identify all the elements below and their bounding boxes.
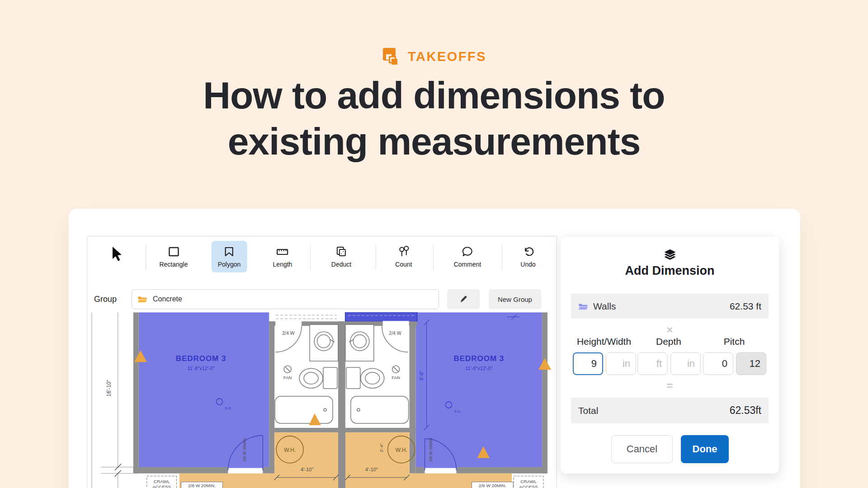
height-in-input[interactable] bbox=[606, 352, 636, 375]
brand: TAKEOFFS bbox=[0, 47, 868, 66]
svg-text:CRAWL: CRAWL bbox=[520, 479, 537, 484]
measurement-group-name: Walls bbox=[593, 301, 616, 312]
polygon-icon bbox=[223, 245, 236, 258]
tool-label: Count bbox=[395, 261, 412, 268]
tool-label: Rectangle bbox=[159, 261, 188, 268]
tool-label: Length bbox=[273, 261, 292, 268]
dim-right-label: 8'-0" bbox=[419, 371, 424, 380]
tool-length[interactable]: Length bbox=[267, 241, 299, 272]
bedroom-left-label: BEDROOM 3 bbox=[176, 354, 226, 363]
tool-rectangle[interactable]: Rectangle bbox=[153, 241, 194, 272]
group-bar: Group New Group bbox=[87, 285, 557, 313]
undo-icon bbox=[522, 245, 534, 258]
group-select[interactable] bbox=[132, 289, 439, 309]
door-label-right: 2/4 W bbox=[389, 331, 401, 336]
depth-ft-input[interactable] bbox=[637, 352, 668, 375]
wh-dim-right: 4'-10" bbox=[365, 467, 378, 472]
toolbar-separator bbox=[310, 244, 311, 270]
group-label: Group bbox=[94, 285, 117, 313]
total-value: 62.53ft bbox=[730, 404, 761, 417]
toolbar-separator bbox=[146, 244, 146, 270]
pitch-rise-input[interactable] bbox=[703, 352, 733, 375]
page-title-line2: existing measurements bbox=[0, 118, 868, 164]
page-title-line1: How to add dimensions to bbox=[0, 72, 868, 118]
measurement-group-row[interactable]: Walls 62.53 ft bbox=[571, 294, 769, 319]
crawl-access-left: CRAWL ACCESS bbox=[147, 476, 177, 488]
svg-text:ACCESS: ACCESS bbox=[152, 484, 171, 488]
toolbar-separator bbox=[433, 244, 434, 270]
tool-count[interactable]: Count bbox=[389, 241, 418, 272]
bedroom-left-dims: 11'-8"x12'-0" bbox=[187, 366, 215, 371]
center-wall-lower bbox=[338, 432, 345, 488]
screenshot-card: Rectangle Polygon Length bbox=[69, 209, 800, 488]
equals-symbol: = bbox=[561, 380, 779, 392]
takeoff-editor: Rectangle Polygon Length bbox=[87, 236, 557, 488]
tool-label: Polygon bbox=[218, 261, 241, 268]
tool-label: Undo bbox=[520, 261, 535, 268]
comment-bubble-icon bbox=[461, 245, 474, 258]
height-ft-input[interactable] bbox=[573, 352, 603, 375]
tool-label: Comment bbox=[454, 261, 481, 268]
folder-icon bbox=[137, 295, 147, 303]
tool-undo[interactable]: Undo bbox=[514, 241, 542, 272]
deduct-icon bbox=[335, 245, 348, 258]
rectangle-icon bbox=[167, 245, 180, 258]
layers-icon bbox=[663, 249, 677, 260]
wh-dim-left: 4'-10" bbox=[301, 467, 313, 472]
done-button[interactable]: Done bbox=[681, 435, 729, 463]
takeoffs-logo-icon bbox=[382, 47, 401, 66]
svg-text:CRAWL: CRAWL bbox=[154, 479, 170, 484]
new-group-button[interactable]: New Group bbox=[489, 289, 541, 309]
depth-in-input[interactable] bbox=[670, 352, 701, 375]
fan-label-right: FAN bbox=[392, 375, 400, 380]
panel-title: Add Dimension bbox=[561, 264, 779, 278]
dim-left-label: 16'-10" bbox=[106, 380, 112, 396]
depth-label: Depth bbox=[656, 336, 681, 347]
editor-toolbar: Rectangle Polygon Length bbox=[87, 236, 557, 285]
ruler-icon bbox=[276, 245, 289, 258]
multiply-symbol: × bbox=[561, 324, 779, 336]
measurement-group-value: 62.53 ft bbox=[730, 301, 761, 312]
tool-label: Deduct bbox=[331, 261, 351, 268]
svg-text:2/8 W 20MIN.: 2/8 W 20MIN. bbox=[479, 483, 506, 488]
total-label: Total bbox=[578, 405, 598, 416]
bath-left-door-opening bbox=[275, 321, 302, 326]
floorplan-canvas[interactable]: 16'-10" bbox=[87, 312, 557, 488]
jamb-label-left: 2/6 W 20MIN bbox=[242, 438, 247, 462]
measurement-hallway[interactable] bbox=[179, 474, 512, 488]
svg-text:2/8 W 20MIN.: 2/8 W 20MIN. bbox=[188, 483, 216, 488]
bedroom-right-dims: 11'-8"x12'-0" bbox=[465, 366, 493, 371]
fan-label-left: FAN bbox=[283, 375, 292, 380]
wh-depth-dim: 2'-4" bbox=[379, 443, 384, 452]
bath-right-door-opening bbox=[383, 321, 409, 326]
select-tool[interactable] bbox=[112, 246, 123, 263]
brand-name: TAKEOFFS bbox=[408, 49, 486, 64]
sd-label-left: S.D. bbox=[225, 406, 232, 410]
closet-right-measured[interactable] bbox=[345, 312, 417, 321]
measurement-bedroom-left[interactable] bbox=[139, 312, 269, 468]
edit-group-button[interactable] bbox=[447, 289, 480, 309]
pencil-icon bbox=[459, 295, 467, 303]
measurement-bedroom-right[interactable] bbox=[416, 312, 542, 468]
cancel-button[interactable]: Cancel bbox=[611, 435, 673, 463]
crawl-access-right: CRAWL ACCESS bbox=[514, 476, 543, 488]
pitch-label: Pitch bbox=[724, 336, 745, 347]
hero-section: TAKEOFFS How to add dimensions to existi… bbox=[0, 47, 868, 165]
page-title: How to add dimensions to existing measur… bbox=[0, 72, 868, 165]
pitch-run-input[interactable] bbox=[736, 352, 766, 375]
tool-deduct[interactable]: Deduct bbox=[325, 241, 358, 272]
jamb-label-right: 2/6 W 20MIN bbox=[429, 438, 433, 462]
sd-label-right: S.D. bbox=[454, 409, 461, 413]
count-pins-icon bbox=[397, 245, 410, 258]
door-label-left: 2/4 W bbox=[282, 331, 294, 336]
svg-text:ACCESS: ACCESS bbox=[519, 484, 538, 488]
toolbar-separator bbox=[502, 244, 502, 270]
group-name-input[interactable] bbox=[152, 295, 433, 304]
wh-label-right: W.H. bbox=[396, 447, 407, 453]
tool-polygon[interactable]: Polygon bbox=[212, 241, 247, 272]
toolbar-separator bbox=[376, 244, 376, 270]
cursor-icon bbox=[112, 246, 123, 262]
tool-comment[interactable]: Comment bbox=[448, 241, 488, 272]
height-width-label: Height/Width bbox=[577, 336, 631, 347]
wh-label-left: W.H. bbox=[284, 447, 296, 453]
